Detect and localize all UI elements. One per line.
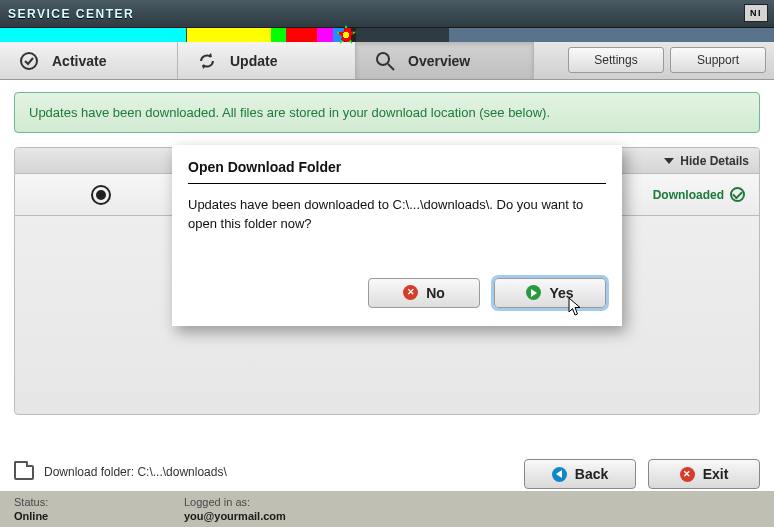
- tab-activate[interactable]: Activate: [0, 42, 178, 79]
- svg-point-1: [377, 53, 389, 65]
- status-label: Status:: [14, 496, 184, 508]
- header-right-buttons: Settings Support: [560, 42, 774, 79]
- download-folder-path: Download folder: C:\...\downloads\: [44, 465, 227, 479]
- brand-logo: NI: [744, 4, 768, 22]
- tab-activate-label: Activate: [52, 53, 106, 69]
- tab-update[interactable]: Update: [178, 42, 356, 79]
- dialog-yes-label: Yes: [549, 285, 573, 301]
- arrow-left-icon: [552, 467, 567, 482]
- svg-point-0: [21, 53, 37, 69]
- exit-label: Exit: [703, 466, 729, 482]
- svg-line-2: [388, 64, 394, 70]
- logged-in-label: Logged in as:: [184, 496, 354, 508]
- success-banner: Updates have been downloaded. All files …: [14, 92, 760, 133]
- check-badge-icon: [18, 50, 40, 72]
- play-icon: [526, 285, 541, 300]
- back-label: Back: [575, 466, 608, 482]
- tab-overview[interactable]: Overview: [356, 42, 534, 79]
- close-icon: [403, 285, 418, 300]
- search-icon: [374, 50, 396, 72]
- close-icon: [680, 467, 695, 482]
- dialog-no-label: No: [426, 285, 445, 301]
- folder-icon: [14, 465, 34, 480]
- dialog-title: Open Download Folder: [188, 159, 606, 184]
- tab-bar: Activate Update Overview Settings Suppor…: [0, 42, 774, 80]
- dialog-yes-button[interactable]: Yes: [494, 278, 606, 308]
- downloaded-status: Downloaded: [653, 187, 745, 202]
- logged-in-value: you@yourmail.com: [184, 510, 354, 522]
- downloaded-label: Downloaded: [653, 188, 724, 202]
- settings-button[interactable]: Settings: [568, 47, 664, 73]
- open-download-folder-dialog: Open Download Folder Updates have been d…: [172, 145, 622, 326]
- dialog-no-button[interactable]: No: [368, 278, 480, 308]
- status-bar: Status: Online Logged in as: you@yourmai…: [0, 491, 774, 527]
- chevron-down-icon: [664, 158, 674, 164]
- glitch-strip: [0, 28, 774, 42]
- dialog-body: Updates have been downloaded to C:\...\d…: [188, 196, 606, 234]
- radio-selected-icon[interactable]: [91, 185, 111, 205]
- hide-details-label: Hide Details: [680, 154, 749, 168]
- checkmark-circle-icon: [730, 187, 745, 202]
- back-button[interactable]: Back: [524, 459, 636, 489]
- refresh-icon: [196, 50, 218, 72]
- status-value: Online: [14, 510, 184, 522]
- hide-details-toggle[interactable]: Hide Details: [664, 154, 749, 168]
- title-bar: SERVICE CENTER NI: [0, 0, 774, 28]
- nav-buttons: Back Exit: [524, 459, 760, 489]
- app-title: SERVICE CENTER: [8, 7, 134, 21]
- support-button[interactable]: Support: [670, 47, 766, 73]
- exit-button[interactable]: Exit: [648, 459, 760, 489]
- tab-update-label: Update: [230, 53, 277, 69]
- tab-overview-label: Overview: [408, 53, 470, 69]
